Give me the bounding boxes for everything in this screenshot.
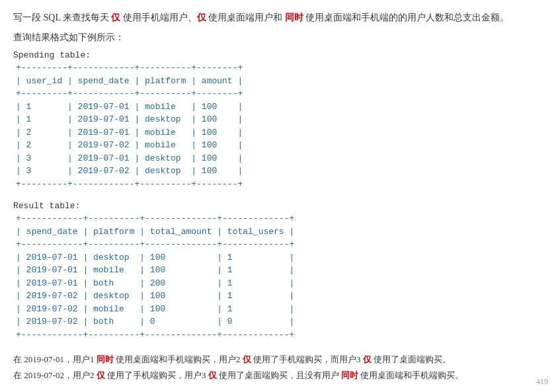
intro-paragraph: 写一段 SQL 来查找每天 仅 使用手机端用户、仅 使用桌面端用户和 同时 使用…: [13, 11, 543, 25]
footer-line2-kw3: 同时: [341, 370, 358, 380]
spending-table-section: Spending table: +---------+------------+…: [13, 50, 543, 190]
footer-line1: 在 2019-07-01，用户1 同时 使用桌面端和手机端购买，用户2 仅 使用…: [13, 352, 543, 367]
footer-line2-mid2: 使用了桌面端购买，且没有用户: [217, 370, 342, 380]
intro-prefix: 写一段 SQL 来查找每天: [13, 13, 111, 22]
page-number: 419: [536, 377, 548, 387]
footer-line1-kw3: 仅: [363, 354, 372, 364]
spending-table-content: +---------+------------+----------+-----…: [16, 61, 543, 190]
result-table-section: Result table: +------------+----------+-…: [13, 201, 543, 341]
result-hint: 查询结果格式如下例所示：: [13, 32, 543, 44]
footer-line2-kw2: 仅: [208, 370, 217, 380]
footer-line2: 在 2019-07-02，用户2 仅 使用了手机端购买，用户3 仅 使用了桌面端…: [13, 368, 543, 383]
intro-kw1: 仅: [111, 13, 120, 22]
footer-line1-mid2: 使用了手机端购买，而用户3: [251, 354, 363, 364]
footer-line2-end: 使用桌面端和手机端购买。: [358, 370, 463, 380]
footer-line1-kw1: 同时: [97, 354, 114, 364]
footer-line2-mid1: 使用了手机端购买，用户3: [105, 370, 208, 380]
footer-notes: 在 2019-07-01，用户1 同时 使用桌面端和手机端购买，用户2 仅 使用…: [13, 352, 543, 383]
footer-line1-mid1: 使用桌面端和手机端购买，用户2: [114, 354, 243, 364]
intro-kw2: 仅: [197, 13, 206, 22]
intro-mid2: 使用桌面端用户和: [206, 13, 285, 22]
footer-line1-pre: 在 2019-07-01，用户1: [13, 354, 97, 364]
footer-line2-pre: 在 2019-07-02，用户2: [13, 370, 97, 380]
spending-table-label: Spending table:: [13, 50, 543, 60]
intro-mid3: 使用桌面端和手机端的的用户人数和总支出金额。: [303, 13, 510, 22]
intro-mid1: 使用手机端用户、: [120, 13, 197, 22]
footer-line1-end: 使用了桌面端购买。: [372, 354, 451, 364]
result-table-label: Result table:: [13, 201, 543, 211]
footer-line2-kw1: 仅: [97, 370, 105, 380]
intro-kw3: 同时: [285, 13, 303, 22]
result-table-content: +------------+----------+--------------+…: [16, 212, 543, 341]
footer-line1-kw2: 仅: [243, 354, 251, 364]
